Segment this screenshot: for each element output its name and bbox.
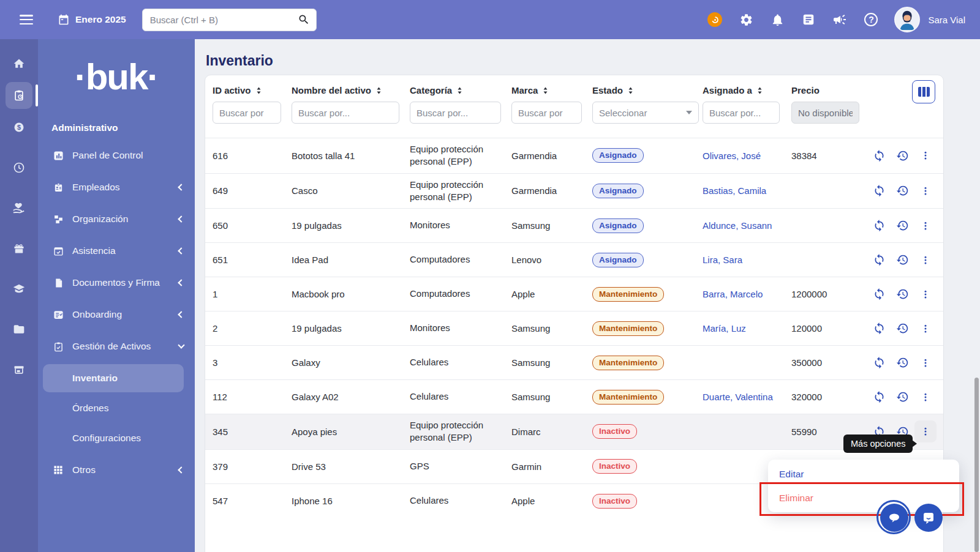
assigned-link[interactable]: Duarte, Valentina <box>703 392 773 402</box>
training-icon[interactable] <box>6 275 32 302</box>
partial-scrolled-row <box>205 133 943 138</box>
assets-icon[interactable] <box>6 82 32 109</box>
news-icon[interactable] <box>801 12 816 28</box>
payroll-icon[interactable]: $ <box>6 114 32 141</box>
chat-bubble-button[interactable] <box>880 504 908 532</box>
sidebar-item-panel-de-control[interactable]: Panel de Control <box>38 140 195 171</box>
time-icon[interactable] <box>6 154 32 181</box>
sidebar-item-asistencia[interactable]: Asistencia <box>38 235 195 267</box>
sidebar-item-onboarding[interactable]: Onboarding <box>38 299 195 330</box>
column-header-estado[interactable]: Estado <box>592 85 703 95</box>
history-icon[interactable] <box>895 253 909 267</box>
help-icon[interactable]: ? <box>863 12 879 28</box>
more-options-kebab-icon[interactable] <box>914 420 937 442</box>
more-options-kebab-icon[interactable] <box>919 149 932 162</box>
history-icon[interactable] <box>895 390 909 404</box>
sync-icon[interactable] <box>872 149 886 162</box>
sync-icon[interactable] <box>872 253 886 267</box>
status-badge: Mantenimiento <box>592 356 664 370</box>
row-actions <box>859 214 936 237</box>
chevron-left-icon <box>178 247 184 254</box>
notifications-bell-icon[interactable] <box>769 12 785 28</box>
sidebar-item-documentos-y-firma[interactable]: Documentos y Firma <box>38 267 195 299</box>
filter-marca-input[interactable] <box>511 102 582 124</box>
sync-icon[interactable] <box>872 219 886 233</box>
cell-status: Asignado <box>592 143 703 168</box>
filter-estado-select[interactable]: Seleccionar <box>592 102 699 124</box>
cell-assigned: Bastias, Camila <box>703 181 791 201</box>
more-options-kebab-icon[interactable] <box>919 219 932 233</box>
more-options-kebab-icon[interactable] <box>919 390 932 404</box>
filter-id-activo-input[interactable] <box>213 102 281 124</box>
history-icon[interactable] <box>895 184 909 198</box>
search-input[interactable] <box>142 9 317 31</box>
vertical-scrollbar[interactable] <box>974 378 979 552</box>
cell-name: Iphone 16 <box>292 491 410 511</box>
status-badge: Mantenimiento <box>592 390 664 405</box>
column-header-asignado-a[interactable]: Asignado a <box>703 85 791 95</box>
cell-status: Inactivo <box>592 489 703 513</box>
history-icon[interactable] <box>895 149 909 162</box>
column-header-nombre-del-activo[interactable]: Nombre del activo <box>292 85 410 95</box>
filter-asignado-input[interactable] <box>703 102 780 124</box>
assigned-link[interactable]: Olivares, José <box>703 151 761 161</box>
sidebar-item-gestion-de-activos[interactable]: Gestión de Activos <box>38 330 195 362</box>
gifts-icon[interactable] <box>6 235 32 262</box>
sidebar-item-empleados[interactable]: Empleados <box>38 171 195 203</box>
context-menu-item-editar[interactable]: Editar <box>768 462 959 486</box>
filter-nombre-input[interactable] <box>292 102 399 124</box>
help-chat-button[interactable] <box>914 504 943 532</box>
more-options-kebab-icon[interactable] <box>919 322 932 335</box>
more-options-kebab-icon[interactable] <box>919 356 932 370</box>
sync-icon[interactable] <box>872 288 886 301</box>
assigned-link[interactable]: Bastias, Camila <box>703 185 766 196</box>
files-folder-icon[interactable] <box>6 316 32 343</box>
filter-categoria-input[interactable] <box>410 102 501 124</box>
more-options-kebab-icon[interactable] <box>919 288 932 301</box>
hamburger-menu-icon[interactable] <box>20 15 33 24</box>
sync-icon[interactable] <box>872 356 886 370</box>
table-row: 1 Macbook pro Computadores Apple Manteni… <box>205 277 943 311</box>
reports-icon[interactable] <box>6 356 32 383</box>
sync-icon[interactable] <box>872 390 886 404</box>
more-options-kebab-icon[interactable] <box>919 253 932 267</box>
cell-status: Inactivo <box>592 419 703 444</box>
assigned-link[interactable]: María, Luz <box>703 323 746 334</box>
sync-icon[interactable] <box>872 322 886 335</box>
assistant-icon[interactable] <box>707 12 723 28</box>
chevron-left-icon <box>178 279 184 286</box>
column-header-categoria[interactable]: Categoría <box>410 85 511 95</box>
settings-gear-icon[interactable] <box>738 12 754 28</box>
sidebar-subitem-inventario[interactable]: Inventario <box>43 364 184 392</box>
benefits-icon[interactable] <box>6 195 32 222</box>
history-icon[interactable] <box>895 356 909 370</box>
sort-icon <box>541 86 549 95</box>
cell-id: 345 <box>213 422 292 442</box>
cell-assigned: Olivares, José <box>703 146 791 166</box>
announcements-megaphone-icon[interactable] <box>832 12 848 28</box>
more-options-kebab-icon[interactable] <box>919 184 932 198</box>
history-icon[interactable] <box>895 288 909 301</box>
sidebar-item-organizacion[interactable]: Organización <box>38 203 195 235</box>
column-header-marca[interactable]: Marca <box>511 85 592 95</box>
user-avatar[interactable] <box>894 7 920 32</box>
sidebar-item-otros[interactable]: Otros <box>38 454 195 486</box>
cell-brand: Lenovo <box>511 250 592 270</box>
sidebar-subitem-configuraciones[interactable]: Configuraciones <box>43 424 184 452</box>
sync-icon[interactable] <box>872 184 886 198</box>
sidebar-subitem-ordenes[interactable]: Órdenes <box>43 394 184 422</box>
search-icon[interactable] <box>298 13 310 26</box>
column-header-id-activo[interactable]: ID activo <box>213 85 292 95</box>
assigned-link[interactable]: Aldunce, Susann <box>703 220 772 231</box>
history-icon[interactable] <box>895 219 909 233</box>
home-icon[interactable] <box>6 50 32 77</box>
cell-id: 651 <box>213 250 292 270</box>
cell-id: 547 <box>213 491 292 511</box>
assigned-link[interactable]: Lira, Sara <box>703 255 742 265</box>
assigned-link[interactable]: Barra, Marcelo <box>703 289 763 299</box>
cell-status: Mantenimiento <box>592 316 703 341</box>
column-settings-button[interactable] <box>912 80 935 103</box>
sort-icon <box>255 86 263 95</box>
history-icon[interactable] <box>895 322 909 335</box>
period-selector[interactable]: Enero 2025 <box>58 13 126 26</box>
